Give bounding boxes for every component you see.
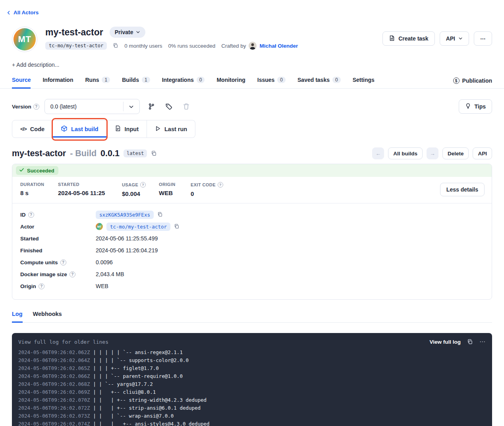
next-build-button[interactable]: →: [427, 147, 438, 159]
api-dropdown-button[interactable]: API: [440, 31, 469, 46]
tab-label: Information: [42, 77, 73, 83]
terminal-more-icon[interactable]: ⋯: [479, 338, 486, 345]
chevron-down-icon: [124, 104, 139, 109]
kv-key-text: Docker image size: [20, 271, 67, 277]
add-description-link[interactable]: + Add description...: [12, 62, 59, 68]
terminal-actions: View full log ⋯: [429, 338, 486, 345]
build-actor-name: my-test-actor: [12, 149, 66, 159]
subtab-last-run[interactable]: Last run: [147, 120, 195, 138]
build-version: 0.0.1: [100, 149, 120, 159]
stat-value-text: 2024-05-06 11:25: [58, 190, 122, 196]
tab-count-badge: 1: [142, 77, 150, 83]
kv-key-text: Started: [20, 236, 39, 242]
subtab-input[interactable]: Input: [107, 120, 147, 138]
header-actions: Create task API ⋯: [382, 27, 492, 46]
previous-build-button[interactable]: ←: [372, 147, 384, 159]
create-task-button[interactable]: Create task: [382, 31, 435, 46]
kv-row-finished: Finished 2024-05-06 11:26:04.219: [20, 244, 484, 256]
help-icon[interactable]: [60, 259, 66, 265]
crafted-by: Crafted by Michał Olender: [221, 42, 298, 50]
log-line: 2024-05-06T09:26:02.073Z | | | `-- wrap-…: [18, 412, 486, 420]
subtab-label: Last build: [71, 126, 98, 132]
runs-succeeded-stat: 0% runs succeeded: [168, 43, 216, 49]
tab-count-badge: 1: [102, 77, 110, 83]
tab-settings[interactable]: Settings: [353, 77, 375, 89]
tab-log[interactable]: Log: [12, 311, 23, 323]
tab-saved-tasks[interactable]: Saved tasks0: [297, 77, 341, 89]
tab-source[interactable]: Source: [12, 77, 31, 89]
kv-row-started: Started 2024-05-06 11:25:55.499: [20, 232, 484, 244]
build-status-bar: Succeeded: [12, 164, 492, 177]
git-branch-icon[interactable]: [145, 101, 157, 112]
version-label-text: Version: [12, 104, 31, 110]
help-icon[interactable]: [140, 182, 146, 188]
all-builds-button[interactable]: All builds: [388, 147, 423, 159]
copy-icon[interactable]: [151, 151, 157, 157]
help-icon[interactable]: [28, 212, 34, 218]
version-actions: [145, 101, 192, 112]
crafted-by-label: Crafted by: [221, 43, 246, 49]
version-select[interactable]: 0.0 (latest): [44, 99, 140, 114]
log-timestamp: 2024-05-06T09:26:02.066Z: [18, 373, 90, 379]
delete-build-button[interactable]: Delete: [442, 147, 469, 159]
breadcrumb-all-actors[interactable]: All Actors: [0, 0, 39, 15]
copy-icon[interactable]: [174, 224, 180, 229]
tab-webhooks[interactable]: Webhooks: [33, 311, 62, 323]
publication-link[interactable]: Publication: [453, 77, 492, 88]
build-api-button[interactable]: API: [473, 147, 492, 159]
tab-issues[interactable]: Issues0: [257, 77, 286, 89]
author-link[interactable]: Michał Olender: [259, 43, 298, 49]
trash-icon[interactable]: [180, 101, 192, 112]
older-lines-link[interactable]: View full log for older lines: [18, 339, 108, 345]
log-line: 2024-05-06T09:26:02.069Z | | +-- cliui@8…: [18, 388, 486, 396]
build-details-card: Succeeded DURATION 8 s STARTED 2024-05-0…: [12, 164, 492, 300]
visibility-label: Private: [115, 29, 133, 35]
build-id-badge[interactable]: sxzKGK5A93Se9FExs: [96, 211, 154, 219]
log-line: 2024-05-06T09:26:02.066Z | | | `-- paren…: [18, 372, 486, 380]
actor-name-badge[interactable]: tc-mo/my-test-actor: [45, 42, 107, 50]
log-terminal: View full log for older lines View full …: [12, 333, 492, 426]
tag-icon[interactable]: [163, 101, 175, 112]
tips-button[interactable]: Tips: [459, 99, 492, 114]
tab-label: Source: [12, 77, 31, 83]
stat-label-text: STARTED: [58, 182, 79, 187]
subtab-last-build[interactable]: Last build: [53, 120, 106, 138]
subtab-code[interactable]: </> Code: [12, 120, 53, 138]
tab-builds[interactable]: Builds1: [122, 77, 150, 89]
actor-mini-avatar: MT: [96, 223, 103, 230]
tab-information[interactable]: Information: [42, 77, 73, 89]
copy-icon[interactable]: [467, 339, 473, 345]
tab-monitoring[interactable]: Monitoring: [216, 77, 245, 89]
visibility-dropdown[interactable]: Private: [110, 27, 146, 38]
view-full-log-button[interactable]: View full log: [429, 339, 461, 345]
build-heading: my-test-actor - Build 0.0.1 latest: [12, 149, 157, 159]
stat-usage: USAGE $0.004: [122, 182, 159, 197]
stat-value-text: 0: [191, 190, 223, 197]
tab-label: Builds: [122, 77, 139, 83]
stat-value-text: WEB: [159, 190, 191, 196]
kv-value-text: WEB: [96, 283, 108, 289]
less-details-button[interactable]: Less details: [440, 183, 485, 196]
tab-integrations[interactable]: Integrations0: [162, 77, 205, 89]
publication-label: Publication: [462, 77, 492, 84]
log-line: 2024-05-06T09:26:02.074Z | | | +-- ansi-…: [18, 420, 486, 426]
author-avatar: [249, 42, 257, 50]
help-icon[interactable]: [39, 283, 44, 289]
help-icon[interactable]: [70, 271, 75, 277]
actor-avatar-initials: MT: [14, 28, 36, 50]
copy-icon[interactable]: [157, 212, 163, 217]
arrow-left-icon: ←: [375, 151, 381, 157]
package-icon: [61, 125, 68, 133]
tab-runs[interactable]: Runs1: [85, 77, 110, 89]
help-icon[interactable]: [33, 104, 39, 110]
kv-row-actor: Actor MT tc-mo/my-test-actor: [20, 221, 484, 232]
kv-value-text: 2024-05-06 11:25:55.499: [96, 235, 158, 242]
help-icon[interactable]: [218, 182, 223, 188]
copy-icon[interactable]: [113, 43, 118, 48]
log-text: | | | +-- ansi-styles@4.3.0 deduped: [90, 421, 210, 426]
kv-value-text: 2,043.4 MB: [96, 271, 124, 277]
tab-count-badge: 0: [332, 77, 341, 83]
tab-label: Runs: [85, 77, 99, 83]
more-options-button[interactable]: ⋯: [474, 31, 492, 46]
actor-link-badge[interactable]: tc-mo/my-test-actor: [106, 223, 170, 231]
